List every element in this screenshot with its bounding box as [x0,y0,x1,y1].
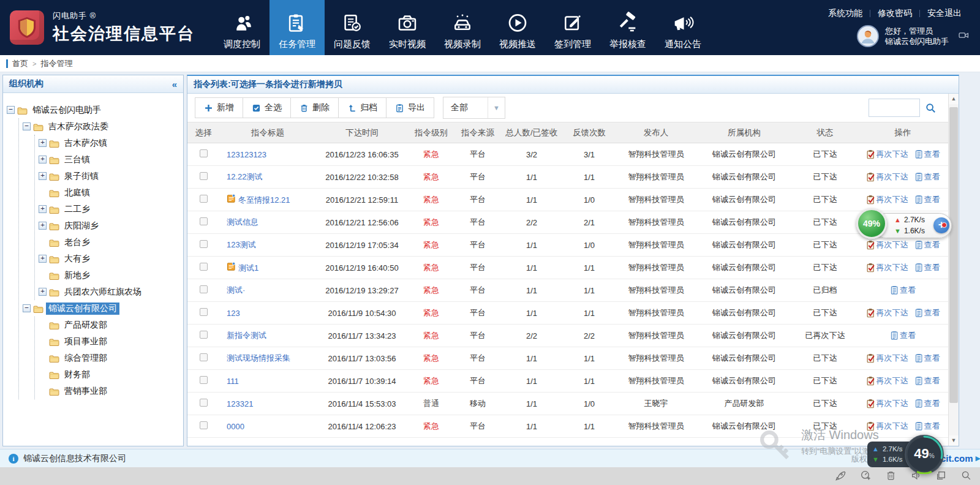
tree-node-庆阳湖乡[interactable]: +庆阳湖乡 [39,217,179,234]
trash-icon[interactable] [886,470,896,483]
view-action[interactable]: 查看 [914,307,940,318]
rocket-boost-icon[interactable] [835,470,846,483]
expand-icon[interactable]: + [39,156,47,164]
collapse-icon[interactable]: − [7,106,15,114]
command-title-link[interactable]: 测试· [227,285,245,295]
nav-item-问题反馈[interactable]: 问题反馈 [325,0,380,55]
nav-item-调度控制[interactable]: 调度控制 [214,0,270,55]
net-widget-percent-ball[interactable]: 49% [856,208,887,239]
row-checkbox[interactable] [200,353,208,361]
redispatch-action[interactable]: 再次下达 [866,262,908,273]
row-checkbox[interactable] [200,149,208,157]
header-link-安全退出[interactable]: 安全退出 [920,8,969,19]
nav-item-任务管理[interactable]: 任务管理 [270,0,325,55]
tree-node-兵团农六师红旗农场[interactable]: +兵团农六师红旗农场 [39,284,179,300]
collapse-icon[interactable]: − [23,122,31,130]
nav-item-实时视频[interactable]: 实时视频 [380,0,435,55]
row-checkbox[interactable] [200,421,208,429]
collapse-icon[interactable]: − [23,304,31,312]
site-link[interactable]: cit.com ▶ [941,453,980,464]
network-speed-widget[interactable]: 49% ▲2.7K/s ▼1.6K/s + [856,211,953,240]
view-action[interactable]: 查看 [914,149,940,160]
row-checkbox[interactable] [200,331,208,339]
redispatch-action[interactable]: 再次下达 [866,398,908,409]
tree-node-二工乡[interactable]: +二工乡 [39,201,179,217]
view-action[interactable]: 查看 [914,375,940,386]
tree-node-财务部[interactable]: 财务部 [39,366,179,383]
command-title-link[interactable]: 测试1 [238,263,258,273]
nav-item-视频推送[interactable]: 视频推送 [490,0,545,55]
tree-node-产品研发部[interactable]: 产品研发部 [39,317,179,333]
redispatch-action[interactable]: 再次下达 [866,149,908,160]
tree-node-泉子街镇[interactable]: +泉子街镇 [39,168,179,184]
search-input[interactable] [869,99,920,117]
command-title-link[interactable]: 123 [227,309,240,318]
filter-dropdown[interactable]: 全部 ▼ [443,97,505,119]
tree-node-综合管理部[interactable]: 综合管理部 [39,350,179,366]
view-action[interactable]: 查看 [914,194,940,205]
redispatch-action[interactable]: 再次下达 [866,353,908,364]
tree-node-大有乡[interactable]: +大有乡 [39,250,179,267]
collapse-panel-icon[interactable]: « [172,79,177,89]
tree-node-吉木萨尔政法委[interactable]: −吉木萨尔政法委 [23,118,179,135]
归档-button[interactable]: 归档 [338,97,386,118]
search-button[interactable] [920,98,941,118]
header-link-系统功能[interactable]: 系统功能 [821,8,870,19]
view-action[interactable]: 查看 [914,239,940,250]
row-checkbox[interactable] [200,285,208,293]
redispatch-action[interactable]: 再次下达 [866,307,908,318]
redispatch-action[interactable]: 再次下达 [866,375,908,386]
row-checkbox[interactable] [200,376,208,384]
row-checkbox[interactable] [200,240,208,248]
tree-node-锦诚云创闪电助手[interactable]: −锦诚云创闪电助手 [7,102,179,118]
tree-node-北庭镇[interactable]: 北庭镇 [39,184,179,201]
command-title-link[interactable]: 111 [227,377,239,386]
view-action[interactable]: 查看 [914,353,940,364]
tree-node-新地乡[interactable]: 新地乡 [39,267,179,284]
expand-icon[interactable]: + [39,288,47,296]
view-action[interactable]: 查看 [890,330,916,341]
redispatch-action[interactable]: 再次下达 [866,194,908,205]
row-checkbox[interactable] [200,172,208,180]
tree-node-营销事业部[interactable]: 营销事业部 [39,383,179,399]
row-checkbox[interactable] [200,399,208,407]
nav-item-视频录制[interactable]: 视频录制 [435,0,490,55]
scroll-down-arrow[interactable]: ▼ [949,435,959,446]
删除-button[interactable]: 删除 [290,97,339,118]
expand-icon[interactable]: + [39,139,47,147]
speed-test-icon[interactable] [861,470,871,483]
nav-item-举报核查[interactable]: 举报核查 [600,0,655,55]
corner-percent-ball[interactable]: 49% [905,435,944,474]
view-action[interactable]: 查看 [914,262,940,273]
view-action[interactable]: 查看 [914,171,940,182]
新增-button[interactable]: 新增 [195,97,243,118]
net-widget-add-button[interactable]: + [933,217,949,233]
nav-item-通知公告[interactable]: 通知公告 [655,0,710,55]
row-checkbox[interactable] [200,195,208,203]
redispatch-action[interactable]: 再次下达 [866,171,908,182]
expand-icon[interactable]: + [39,205,47,213]
breadcrumb-home[interactable]: 首页 [12,58,28,69]
redispatch-action[interactable]: 再次下达 [866,239,908,250]
screen-record-camera-icon[interactable] [959,31,969,42]
command-title-link[interactable]: 测试现场情报采集 [227,353,290,363]
expand-icon[interactable]: + [39,172,47,180]
command-title-link[interactable]: 冬至情报12.21 [238,195,290,205]
tree-node-项目事业部[interactable]: 项目事业部 [39,333,179,350]
command-title-link[interactable]: 0000 [227,422,244,431]
scroll-up-arrow[interactable]: ▲ [949,94,959,104]
header-link-修改密码[interactable]: 修改密码 [870,8,919,19]
view-action[interactable]: 查看 [914,421,940,432]
command-title-link[interactable]: 测试信息 [227,217,258,227]
command-title-link[interactable]: 12.22测试 [227,172,263,181]
导出-button[interactable]: 导出 [386,97,434,118]
nav-item-签到管理[interactable]: 签到管理 [545,0,600,55]
command-title-link[interactable]: 123测试 [227,240,256,249]
tree-node-三台镇[interactable]: +三台镇 [39,151,179,168]
redispatch-action[interactable]: 再次下达 [866,421,908,432]
row-checkbox[interactable] [200,217,208,225]
tree-node-老台乡[interactable]: 老台乡 [39,234,179,250]
row-checkbox[interactable] [200,308,208,316]
scroll-thumb[interactable] [949,107,958,403]
tree-node-锦诚云创有限公司[interactable]: −锦诚云创有限公司 [23,300,179,317]
